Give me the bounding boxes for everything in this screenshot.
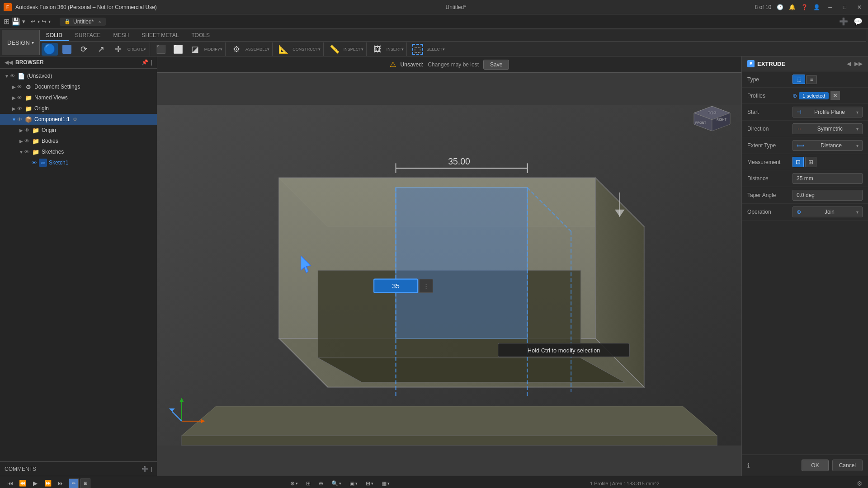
start-control[interactable]: ⊣ Profile Plane ▾: [793, 107, 863, 117]
help-icon[interactable]: ❓: [801, 4, 808, 10]
viewport[interactable]: ⚠ Unsaved: Changes may be lost Save: [157, 56, 741, 476]
extent-type-dropdown[interactable]: ⟺ Distance ▾: [793, 140, 863, 151]
tree-item-component[interactable]: ▼ 👁 📦 Component1:1 ⚙: [0, 114, 157, 125]
tree-item-named-views[interactable]: ▶ 👁 📁 Named Views: [0, 92, 157, 103]
close-button[interactable]: ✕: [854, 3, 864, 11]
viewport-3d[interactable]: 35.00 35 ⋮ Hold Ctrl to modify selection: [157, 75, 741, 476]
tab-tools[interactable]: TOOLS: [185, 30, 216, 41]
distance-control[interactable]: [793, 173, 863, 184]
nav-cube-svg[interactable]: TOP FRONT RIGHT: [687, 99, 732, 136]
orbit-tool[interactable]: ⊕: [316, 479, 326, 488]
extrude-panel-icon: E: [747, 60, 755, 67]
taper-control[interactable]: [793, 190, 863, 201]
chamfer-btn[interactable]: ◪: [187, 43, 203, 56]
undo-dropdown[interactable]: ▾: [38, 19, 40, 24]
ok-button[interactable]: OK: [802, 460, 828, 471]
tool-other-icon[interactable]: ⊞: [80, 479, 90, 488]
select-btn[interactable]: ⬚: [410, 43, 426, 56]
operation-control[interactable]: ⊕ Join ▾: [793, 206, 863, 217]
root-icon: 📄: [17, 72, 25, 80]
revolve-btn[interactable]: ⟳: [76, 43, 92, 56]
direction-control[interactable]: ↔ Symmetric ▾: [793, 123, 863, 134]
maximize-button[interactable]: □: [840, 3, 849, 11]
tree-item-root[interactable]: ▼ 👁 📄 (Unsaved): [0, 70, 157, 81]
save-button[interactable]: Save: [483, 60, 509, 70]
tree-item-origin[interactable]: ▶ 👁 📁 Origin: [0, 103, 157, 114]
distance-input[interactable]: [793, 173, 863, 184]
tree-item-sketches[interactable]: ▼ 👁 📁 Sketches: [0, 146, 157, 157]
snap-tool[interactable]: ⊕ ▾: [288, 479, 301, 488]
tool-sketch-icon[interactable]: ✏: [69, 479, 79, 488]
go-end-btn[interactable]: ⏭: [56, 479, 65, 488]
tree-item-doc-settings[interactable]: ▶ 👁 ⚙ Document Settings: [0, 81, 157, 92]
panel-left-expand[interactable]: ◀: [847, 61, 851, 67]
fillet-btn[interactable]: ⬜: [170, 43, 186, 56]
layout-tool[interactable]: ▦ ▾: [379, 479, 392, 488]
insert-mesh-btn[interactable]: 🖼: [369, 43, 386, 56]
step-back-btn[interactable]: ⏪: [18, 479, 27, 488]
start-dropdown[interactable]: ⊣ Profile Plane ▾: [793, 107, 863, 117]
sweep-btn[interactable]: ↗: [93, 43, 109, 56]
press-pull-btn[interactable]: ⬛: [153, 43, 169, 56]
tab-surface[interactable]: SURFACE: [69, 30, 107, 41]
start-row: Start ⊣ Profile Plane ▾: [742, 104, 868, 121]
info-icon[interactable]: ℹ: [747, 462, 750, 469]
type-btn-1[interactable]: ⬚: [793, 75, 805, 84]
view-tool[interactable]: ⊞ ▾: [363, 479, 376, 488]
profiles-chip[interactable]: 1 selected: [799, 92, 829, 99]
undo-btn[interactable]: ↩: [31, 18, 36, 25]
tree-item-sketch1[interactable]: 👁 ✏ Sketch1: [0, 157, 157, 168]
grid-tool[interactable]: ⊞: [303, 479, 313, 488]
notifications-icon[interactable]: 🔔: [789, 4, 796, 10]
move-btn[interactable]: ✛: [110, 43, 127, 56]
tab-entry[interactable]: 🔒 Untitled* ×: [60, 18, 106, 26]
panel-right-expand[interactable]: ▶▶: [854, 61, 863, 67]
profiles-clear-btn[interactable]: ✕: [830, 91, 840, 100]
taper-input[interactable]: [793, 190, 863, 201]
unsaved-bar: ⚠ Unsaved: Changes may be lost Save: [157, 56, 741, 73]
user-icon[interactable]: 👤: [813, 4, 820, 10]
minimize-button[interactable]: ─: [826, 3, 835, 11]
direction-dropdown[interactable]: ↔ Symmetric ▾: [793, 123, 863, 134]
grid-icon[interactable]: ⊞: [4, 17, 9, 26]
comments-expand-icon[interactable]: |: [151, 466, 152, 472]
display-tool[interactable]: ▣ ▾: [347, 479, 360, 488]
design-button[interactable]: DESIGN ▾: [2, 30, 40, 55]
create-component-btn[interactable]: 🔵: [42, 43, 58, 56]
tree-item-bodies[interactable]: ▶ 👁 📁 Bodies: [0, 136, 157, 146]
redo-dropdown[interactable]: ▾: [48, 19, 51, 24]
new-component-btn[interactable]: ⚙: [228, 43, 245, 56]
step-fwd-btn[interactable]: ⏩: [43, 479, 52, 488]
go-start-btn[interactable]: ⏮: [5, 479, 14, 488]
browser-collapse-icon[interactable]: ◀◀: [5, 59, 13, 66]
playback-controls: ⏮ ⏪ ▶ ⏩ ⏭ ✏ ⊞: [5, 479, 90, 488]
plus-icon[interactable]: ➕: [839, 17, 848, 26]
tab-mesh[interactable]: MESH: [107, 30, 136, 41]
file-menu-icon[interactable]: 💾: [11, 17, 20, 26]
settings-icon[interactable]: ⚙: [857, 480, 863, 487]
redo-btn[interactable]: ↪: [42, 18, 47, 25]
extrude-btn[interactable]: [59, 43, 75, 56]
chat-icon[interactable]: 💬: [854, 17, 863, 26]
measure-btn[interactable]: 📏: [326, 43, 343, 56]
comments-add-icon[interactable]: ➕: [142, 466, 148, 472]
browser-expand-icon[interactable]: |: [151, 59, 152, 66]
operation-dropdown[interactable]: ⊕ Join ▾: [793, 206, 863, 217]
play-btn[interactable]: ▶: [31, 479, 40, 488]
type-btn-2[interactable]: ≡: [806, 75, 817, 84]
measure-btn-1[interactable]: ⊡: [793, 157, 804, 167]
file-menu-btn[interactable]: ▾: [22, 18, 25, 25]
extrude-panel-header: E EXTRUDE ◀ ▶▶: [742, 56, 868, 71]
measure-btn-2[interactable]: ⊞: [805, 157, 816, 167]
cancel-button[interactable]: Cancel: [832, 460, 863, 471]
tab-solid[interactable]: SOLID: [40, 30, 69, 41]
nav-cube[interactable]: TOP FRONT RIGHT: [687, 99, 732, 136]
tab-close-btn[interactable]: ×: [98, 19, 101, 24]
zoom-tool[interactable]: 🔍 ▾: [329, 479, 344, 488]
offset-plane-btn[interactable]: 📐: [275, 43, 292, 56]
tab-sheet-metal[interactable]: SHEET METAL: [135, 30, 185, 41]
browser-pin-icon[interactable]: 📌: [142, 59, 148, 66]
clock-icon[interactable]: 🕐: [777, 4, 783, 10]
extent-type-control[interactable]: ⟺ Distance ▾: [793, 140, 863, 151]
tree-item-comp-origin[interactable]: ▶ 👁 📁 Origin: [0, 125, 157, 136]
